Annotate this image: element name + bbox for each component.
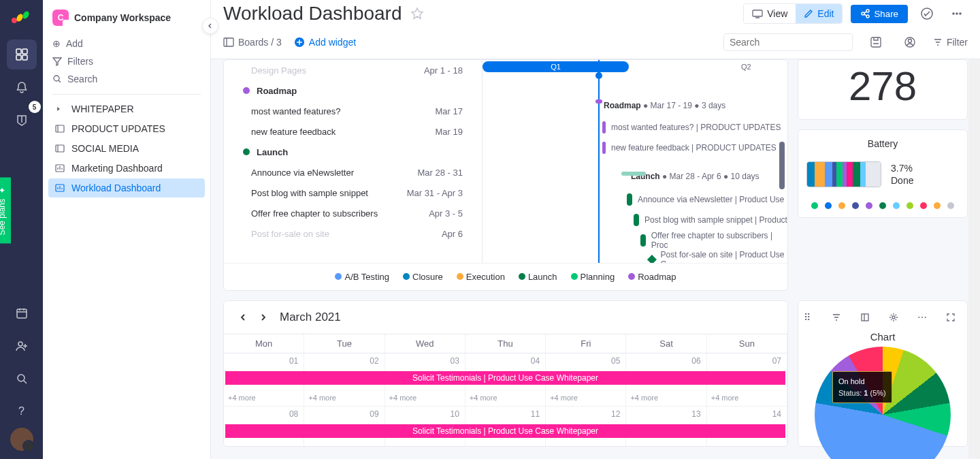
legend-item[interactable]: Closure	[403, 272, 443, 282]
calendar-event[interactable]: Solicit Testimonials | Product Use Case …	[225, 424, 785, 438]
view-edit-toggle: View Edit	[743, 3, 843, 24]
gantt-scrollbar[interactable]	[779, 142, 785, 189]
gantt-row[interactable]: Design PagesApr 1 - 18	[224, 60, 482, 80]
gantt-row[interactable]: Offer free chapter to subscribersApr 3 -…	[224, 203, 482, 223]
chart-settings-icon[interactable]	[883, 306, 904, 328]
dashboard-search-input[interactable]	[730, 37, 849, 48]
see-plans-button[interactable]: See plans ✦	[0, 177, 11, 243]
gantt-bar[interactable]: new feature feedback | PRODUCT UPDATES	[602, 138, 777, 158]
rail-workspaces-icon[interactable]	[7, 39, 37, 69]
calendar-event[interactable]: Solicit Testimonials | Product Use Case …	[225, 371, 785, 385]
sidebar-item-marketing-dashboard[interactable]: Marketing Dashboard	[48, 159, 205, 178]
favorite-star-icon[interactable]	[410, 7, 424, 20]
legend-dot[interactable]	[920, 202, 927, 209]
more-link[interactable]: +4 more	[308, 394, 336, 402]
legend-dot[interactable]	[947, 202, 954, 209]
rail-inbox-icon[interactable]: 5	[7, 105, 37, 135]
gantt-bar[interactable]: most wanted features? | PRODUCT UPDATES	[602, 117, 781, 138]
gantt-bar[interactable]: Post blog with sample snippet | Product	[634, 210, 787, 230]
filter-icon	[52, 57, 62, 66]
legend-item[interactable]: Planning	[571, 272, 615, 282]
rail-help-icon[interactable]: ?	[7, 396, 37, 426]
app-logo[interactable]	[10, 5, 33, 29]
activity-icon[interactable]	[916, 3, 938, 25]
battery-segment	[807, 162, 815, 187]
gantt-row[interactable]: most wanted features?Mar 17	[224, 101, 482, 121]
more-link[interactable]: +4 more	[389, 394, 417, 402]
nav-label: SOCIAL MEDIA	[71, 143, 139, 154]
cal-cell[interactable]: 11+6 moreSolicit Testimonials | Product …	[466, 407, 546, 447]
gantt-bar[interactable]: Launch ● Mar 28 - Apr 6 ● 10 days	[631, 166, 760, 187]
cal-next-icon[interactable]	[259, 313, 267, 321]
add-widget-button[interactable]: Add widget	[294, 37, 356, 48]
sidebar-item-social-media[interactable]: SOCIAL MEDIA	[48, 139, 205, 158]
dashboard-search[interactable]	[723, 33, 853, 51]
workspace-header[interactable]: C Company Workspace	[43, 0, 210, 30]
gantt-bar[interactable]: Offer free chapter to subscribers | Proc	[640, 230, 787, 251]
rail-search-icon[interactable]	[7, 364, 37, 394]
rail-invite-icon[interactable]	[7, 331, 37, 361]
user-avatar[interactable]	[10, 428, 33, 451]
filter-button[interactable]: Filter	[933, 37, 968, 48]
share-button[interactable]: Share	[851, 5, 908, 23]
chart-more-icon[interactable]: ⋯	[911, 306, 933, 328]
legend-item[interactable]: Roadmap	[628, 272, 676, 282]
cal-dow: Mon	[224, 334, 304, 353]
gantt-row[interactable]: Launch	[224, 142, 482, 162]
gantt-row[interactable]: Post for-sale on siteApr 6	[224, 223, 482, 244]
legend-dot[interactable]	[838, 202, 845, 209]
drag-handle-icon[interactable]: ⠿	[804, 312, 811, 323]
legend-item[interactable]: Launch	[519, 272, 557, 282]
calendar-grid[interactable]: MonTueWedThuFriSatSun01+4 more02+4 more0…	[224, 334, 787, 447]
sidebar-item-whitepaper[interactable]: WHITEPAPER	[48, 99, 205, 118]
sidebar-collapse-button[interactable]	[202, 18, 218, 34]
gantt-row[interactable]: Post blog with sample snippetMar 31 - Ap…	[224, 183, 482, 203]
cal-cell[interactable]: 04+4 moreSolicit Testimonials | Product …	[466, 353, 546, 407]
gantt-bar[interactable]: Announce via eNewsletter | Product Use	[627, 189, 784, 210]
legend-item[interactable]: A/B Testing	[335, 272, 389, 282]
legend-dot[interactable]	[879, 202, 886, 209]
more-link[interactable]: +4 more	[711, 394, 739, 402]
person-icon[interactable]	[899, 31, 921, 53]
legend-dot[interactable]	[852, 202, 859, 209]
rail-notifications-icon[interactable]	[7, 72, 37, 102]
gantt-bar[interactable]: Post for-sale on site | Product Use C	[649, 249, 787, 263]
cal-prev-icon[interactable]	[239, 313, 247, 321]
sidebar-item-workload-dashboard[interactable]: Workload Dashboard	[48, 178, 205, 197]
chart-expand-icon[interactable]	[940, 306, 962, 328]
gantt-row[interactable]: new feature feedbackMar 19	[224, 121, 482, 142]
legend-dot[interactable]	[893, 202, 900, 209]
gantt-legend: A/B TestingClosureExecutionLaunchPlannin…	[224, 263, 787, 290]
sidebar-item-product-updates[interactable]: PRODUCT UPDATES	[48, 119, 205, 138]
legend-dot[interactable]	[811, 202, 818, 209]
gantt-widget: Design PagesApr 1 - 18Roadmapmost wanted…	[223, 59, 788, 291]
more-link[interactable]: +4 more	[470, 394, 497, 402]
legend-dot[interactable]	[906, 202, 913, 209]
chart-layout-icon[interactable]	[854, 306, 876, 328]
boards-count[interactable]: Boards / 3	[223, 37, 282, 48]
chart-filter-icon[interactable]	[826, 306, 847, 328]
view-button[interactable]: View	[744, 4, 796, 23]
edit-button[interactable]: Edit	[796, 4, 842, 23]
sidebar-add[interactable]: ⊕Add	[52, 35, 201, 52]
workspace-name: Company Workspace	[74, 12, 171, 23]
sidebar-filters[interactable]: Filters	[52, 53, 201, 69]
gantt-row[interactable]: Announce via eNewsletterMar 28 - 31	[224, 162, 482, 183]
save-icon[interactable]	[865, 31, 887, 53]
legend-dot[interactable]	[934, 202, 941, 209]
more-link[interactable]: +4 more	[630, 394, 658, 402]
gantt-timeline[interactable]: Q1 Q2 Roadmap ● Mar 17 - 19 ● 3 daysmost…	[483, 60, 787, 263]
legend-dot[interactable]	[866, 202, 872, 209]
more-icon[interactable]	[946, 3, 968, 25]
gantt-row[interactable]: Roadmap	[224, 80, 482, 101]
svg-point-20	[952, 12, 955, 15]
gantt-bar[interactable]: Roadmap ● Mar 17 - 19 ● 3 days	[604, 95, 725, 116]
more-link[interactable]: +4 more	[228, 394, 256, 402]
legend-item[interactable]: Execution	[457, 272, 505, 282]
battery-bar	[806, 161, 881, 187]
rail-calendar-icon[interactable]	[7, 298, 37, 328]
more-link[interactable]: +4 more	[550, 394, 578, 402]
legend-dot[interactable]	[825, 202, 832, 209]
canvas-scrollbar[interactable]	[968, 59, 980, 459]
sidebar-search[interactable]: Search	[52, 71, 201, 87]
